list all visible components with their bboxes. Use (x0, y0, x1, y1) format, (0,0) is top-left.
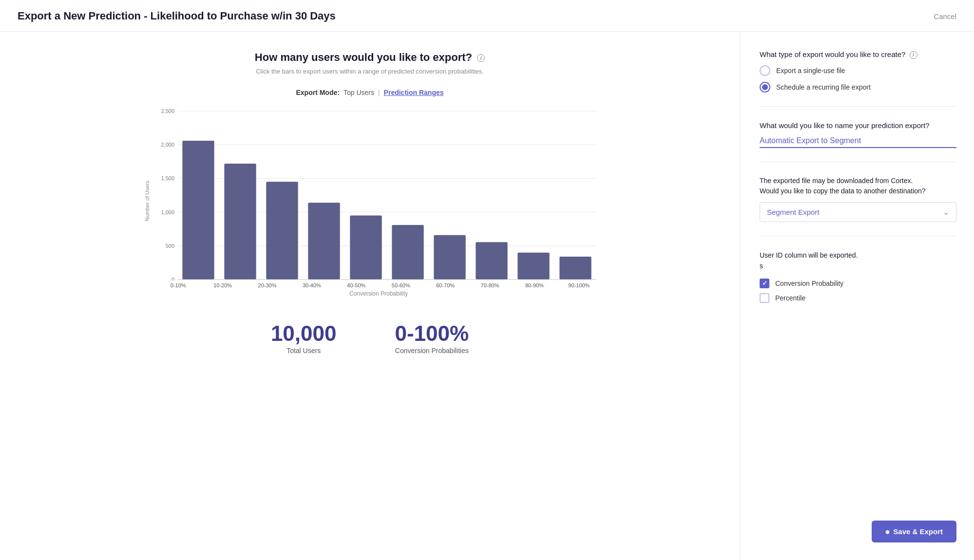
save-export-button[interactable]: ⎈ Save & Export (872, 521, 956, 542)
main-content: How many users would you like to export?… (0, 32, 974, 560)
bar-chart-svg[interactable]: 05001,0001,5002,0002,500 (156, 105, 601, 280)
total-users-value: 10,000 (271, 321, 337, 346)
conversion-prob-label: Conversion Probabilities (395, 347, 469, 355)
name-section: What would you like to name your predict… (760, 120, 956, 148)
checkbox-conversion-probability[interactable]: ✓ Conversion Probability (760, 279, 956, 288)
chart-svg-wrapper: 05001,0001,5002,0002,500 (156, 105, 601, 280)
export-mode-sep: | (378, 89, 380, 96)
svg-text:1,000: 1,000 (161, 209, 174, 215)
checkbox-conversion-probability-box[interactable]: ✓ (760, 279, 769, 288)
svg-text:2,000: 2,000 (161, 142, 174, 148)
chart-main-title: How many users would you like to export?… (255, 51, 485, 64)
radio-recurring-inner (762, 84, 768, 90)
bar-90-100%[interactable] (559, 257, 591, 280)
columns-section: User ID column will be exported. s ✓ Con… (760, 250, 956, 308)
chart-wrapper: Number of Users 05001,0001,5002,0002,500… (138, 105, 601, 297)
conversion-prob-value: 0-100% (395, 321, 469, 346)
export-icon: ⎈ (885, 528, 889, 536)
radio-single-use-label: Export a single-use file (776, 67, 845, 75)
bar-40-50%[interactable] (350, 216, 382, 280)
x-tick-0-10%: 0-10% (156, 282, 200, 288)
bar-20-30%[interactable] (266, 182, 298, 280)
chevron-down-icon: ⌄ (943, 207, 949, 217)
x-tick-30-40%: 30-40% (289, 282, 334, 288)
checkbox-percentile[interactable]: Percentile (760, 293, 956, 303)
export-mode-row: Export Mode: Top Users | Prediction Rang… (296, 89, 443, 96)
svg-text:1,500: 1,500 (161, 175, 174, 181)
svg-text:500: 500 (166, 243, 174, 249)
export-type-section: What type of export would you like to cr… (760, 49, 956, 93)
right-panel: What type of export would you like to cr… (740, 32, 974, 560)
conversion-prob-stat: 0-100% Conversion Probabilities (395, 321, 469, 355)
export-mode-top-users[interactable]: Top Users (344, 89, 374, 96)
checkbox-percentile-box[interactable] (760, 293, 769, 303)
chart-panel: How many users would you like to export?… (0, 32, 740, 560)
export-mode-label: Export Mode: (296, 89, 339, 96)
info-icon: i (477, 54, 485, 62)
destination-section: The exported file may be downloaded from… (760, 176, 956, 222)
svg-text:0: 0 (172, 277, 174, 280)
x-tick-90-100%: 90-100% (557, 282, 601, 288)
export-type-info-icon: i (910, 51, 917, 59)
name-input[interactable] (760, 136, 956, 145)
x-axis-labels: 0-10%10-20%20-30%30-40%40-50%50-60%60-70… (156, 282, 601, 297)
divider-1 (760, 106, 956, 107)
destination-select-value: Segment Export (767, 208, 820, 216)
divider-2 (760, 162, 956, 162)
bar-60-70%[interactable] (434, 235, 465, 280)
bar-80-90%[interactable] (517, 253, 549, 280)
name-input-wrap (760, 136, 956, 148)
x-tick-40-50%: 40-50% (334, 282, 379, 288)
x-axis-title: Conversion Probability (349, 290, 408, 297)
radio-recurring-outer[interactable] (760, 82, 770, 93)
radio-single-use[interactable]: Export a single-use file (760, 65, 956, 76)
x-tick-70-80%: 70-80% (468, 282, 512, 288)
cancel-button[interactable]: Cancel (934, 12, 956, 20)
columns-intro: User ID column will be exported. s (760, 250, 956, 272)
page-title: Export a New Prediction - Likelihood to … (18, 10, 336, 22)
checkbox-conversion-probability-label: Conversion Probability (775, 280, 843, 287)
export-type-question: What type of export would you like to cr… (760, 49, 956, 59)
x-tick-60-70%: 60-70% (423, 282, 467, 288)
radio-single-use-outer[interactable] (760, 65, 770, 76)
radio-recurring[interactable]: Schedule a recurring file export (760, 82, 956, 93)
x-tick-50-60%: 50-60% (379, 282, 423, 288)
x-tick-10-20%: 10-20% (200, 282, 245, 288)
svg-text:2,500: 2,500 (161, 108, 174, 114)
chart-subtitle: Click the bars to export users within a … (256, 68, 484, 75)
x-tick-20-30%: 20-30% (245, 282, 289, 288)
bar-10-20%[interactable] (224, 164, 256, 280)
bar-30-40%[interactable] (308, 203, 340, 280)
destination-question: The exported file may be downloaded from… (760, 176, 956, 196)
stats-row: 10,000 Total Users 0-100% Conversion Pro… (271, 321, 469, 355)
y-axis-label-wrap: Number of Users (138, 105, 156, 297)
radio-recurring-label: Schedule a recurring file export (776, 83, 871, 91)
bar-50-60%[interactable] (392, 225, 423, 280)
y-axis-label: Number of Users (144, 181, 150, 221)
x-tick-80-90%: 80-90% (512, 282, 556, 288)
export-type-radio-group: Export a single-use file Schedule a recu… (760, 65, 956, 93)
total-users-label: Total Users (286, 347, 321, 355)
name-question: What would you like to name your predict… (760, 120, 956, 131)
bar-0-10%[interactable] (182, 141, 214, 280)
checkbox-percentile-label: Percentile (775, 294, 805, 302)
export-mode-prediction-ranges[interactable]: Prediction Ranges (384, 89, 444, 96)
divider-3 (760, 236, 956, 236)
destination-select[interactable]: Segment Export ⌄ (760, 202, 956, 222)
x-axis-ticks: 0-10%10-20%20-30%30-40%40-50%50-60%60-70… (156, 282, 601, 288)
checkbox-check-icon: ✓ (762, 280, 767, 287)
chart-inner: 05001,0001,5002,0002,500 0-10%10-20%20-3… (156, 105, 601, 297)
bar-70-80%[interactable] (476, 242, 507, 280)
total-users-stat: 10,000 Total Users (271, 321, 337, 355)
save-export-label: Save & Export (893, 527, 943, 536)
header: Export a New Prediction - Likelihood to … (0, 0, 974, 32)
